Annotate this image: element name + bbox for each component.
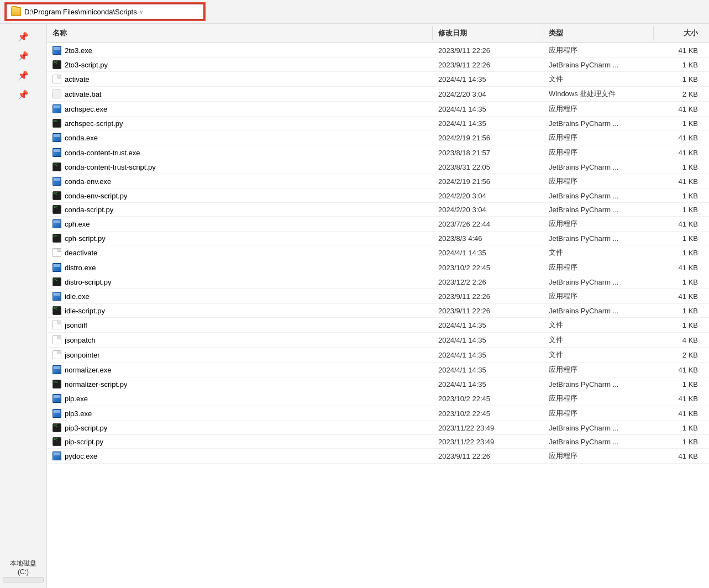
- table-row[interactable]: jsonpointer 2024/4/1 14:35 文件 2 KB: [47, 348, 709, 363]
- bat-icon: [52, 90, 61, 98]
- file-icon-wrapper: [52, 437, 61, 446]
- exe-icon: [52, 133, 61, 142]
- file-date: 2023/8/18 21:57: [433, 148, 543, 158]
- file-date: 2023/7/26 22:44: [433, 219, 543, 229]
- table-row[interactable]: conda.exe 2024/2/19 21:56 应用程序 41 KB: [47, 130, 709, 145]
- table-row[interactable]: archspec.exe 2024/4/1 14:35 应用程序 41 KB: [47, 102, 709, 117]
- table-row[interactable]: conda-script.py 2024/2/20 3:04 JetBrains…: [47, 203, 709, 217]
- file-name: 2to3.exe: [65, 46, 92, 55]
- file-name-cell: distro-script.py: [47, 276, 433, 287]
- table-row[interactable]: idle-script.py 2023/9/11 22:26 JetBrains…: [47, 304, 709, 318]
- file-name-cell: cph.exe: [47, 218, 433, 229]
- file-name: pydoc.exe: [65, 452, 97, 460]
- file-name-cell: conda-content-trust-script.py: [47, 161, 433, 172]
- col-header-size[interactable]: 大小: [654, 26, 709, 40]
- file-date: 2023/11/22 23:49: [433, 423, 543, 433]
- table-row[interactable]: pip3-script.py 2023/11/22 23:49 JetBrain…: [47, 421, 709, 435]
- pin-icon-1[interactable]: 📌: [3, 29, 44, 44]
- file-name: cph.exe: [65, 220, 90, 228]
- file-type: JetBrains PyCharm ...: [543, 191, 654, 201]
- file-name-cell: pip3-script.py: [47, 422, 433, 433]
- table-row[interactable]: pip3.exe 2023/10/2 22:45 应用程序 41 KB: [47, 406, 709, 421]
- file-name-cell: 2to3.exe: [47, 45, 433, 56]
- table-row[interactable]: activate 2024/4/1 14:35 文件 1 KB: [47, 72, 709, 87]
- col-header-modified[interactable]: 修改日期: [433, 26, 543, 40]
- file-name: idle-script.py: [65, 307, 105, 315]
- file-icon-wrapper: [52, 248, 61, 257]
- table-row[interactable]: conda-env-script.py 2024/2/20 3:04 JetBr…: [47, 189, 709, 203]
- file-name-cell: jsonpointer: [47, 349, 433, 360]
- drive-item[interactable]: [3, 577, 44, 582]
- table-row[interactable]: idle.exe 2023/9/11 22:26 应用程序 41 KB: [47, 289, 709, 304]
- file-type: 应用程序: [543, 146, 654, 159]
- table-row[interactable]: cph-script.py 2023/8/3 4:46 JetBrains Py…: [47, 232, 709, 245]
- file-date: 2024/4/1 14:35: [433, 379, 543, 390]
- table-row[interactable]: normalizer-script.py 2024/4/1 14:35 JetB…: [47, 377, 709, 391]
- file-name: distro-script.py: [65, 278, 112, 286]
- file-name-cell: cph-script.py: [47, 233, 433, 244]
- table-row[interactable]: distro.exe 2023/10/2 22:45 应用程序 41 KB: [47, 260, 709, 275]
- file-name-cell: pip-script.py: [47, 436, 433, 447]
- table-row[interactable]: pip.exe 2023/10/2 22:45 应用程序 41 KB: [47, 391, 709, 406]
- table-row[interactable]: conda-content-trust.exe 2023/8/18 21:57 …: [47, 145, 709, 160]
- table-row[interactable]: conda-content-trust-script.py 2023/8/31 …: [47, 160, 709, 174]
- file-icon-wrapper: [52, 133, 61, 142]
- file-icon-wrapper: [52, 177, 61, 186]
- table-row[interactable]: distro-script.py 2023/12/2 2:26 JetBrain…: [47, 275, 709, 289]
- file-name-cell: conda-content-trust.exe: [47, 147, 433, 158]
- pin-icon-4[interactable]: 📌: [3, 87, 44, 102]
- file-icon-wrapper: [52, 90, 61, 98]
- file-type: 应用程序: [543, 261, 654, 274]
- table-row[interactable]: 2to3-script.py 2023/9/11 22:26 JetBrains…: [47, 58, 709, 72]
- py-icon: [52, 119, 61, 128]
- table-row[interactable]: conda-env.exe 2024/2/19 21:56 应用程序 41 KB: [47, 174, 709, 189]
- table-row[interactable]: cph.exe 2023/7/26 22:44 应用程序 41 KB: [47, 217, 709, 232]
- file-icon-wrapper: [52, 409, 61, 418]
- file-icon: [52, 350, 61, 359]
- col-header-name[interactable]: 名称: [47, 26, 433, 40]
- py-icon: [52, 423, 61, 432]
- pin-icon-3[interactable]: 📌: [3, 68, 44, 83]
- file-date: 2024/4/1 14:35: [433, 320, 543, 330]
- file-type: 应用程序: [543, 392, 654, 405]
- file-type: 应用程序: [543, 218, 654, 230]
- file-type: 应用程序: [543, 103, 654, 115]
- file-size: 1 KB: [654, 233, 709, 244]
- file-type: 文件: [543, 319, 654, 331]
- exe-icon: [52, 409, 61, 418]
- file-icon-wrapper: [52, 191, 61, 200]
- table-row[interactable]: jsonpatch 2024/4/1 14:35 文件 4 KB: [47, 333, 709, 348]
- table-row[interactable]: deactivate 2024/4/1 14:35 文件 1 KB: [47, 245, 709, 260]
- file-icon-wrapper: [52, 219, 61, 228]
- file-icon-wrapper: [52, 234, 61, 243]
- file-date: 2023/9/11 22:26: [433, 451, 543, 461]
- file-name-cell: conda-env.exe: [47, 176, 433, 187]
- file-size: 1 KB: [654, 162, 709, 172]
- table-row[interactable]: 2to3.exe 2023/9/11 22:26 应用程序 41 KB: [47, 43, 709, 58]
- py-icon: [52, 277, 61, 286]
- table-row[interactable]: pip-script.py 2023/11/22 23:49 JetBrains…: [47, 435, 709, 449]
- file-name-cell: conda.exe: [47, 132, 433, 143]
- file-size: 1 KB: [654, 379, 709, 390]
- address-bar[interactable]: D:\Program Files\miniconda\Scripts ∨: [6, 3, 204, 20]
- file-type: JetBrains PyCharm ...: [543, 437, 654, 447]
- chevron-down-icon: ∨: [139, 9, 143, 15]
- file-name: conda-content-trust-script.py: [65, 163, 156, 171]
- file-date: 2023/11/22 23:49: [433, 437, 543, 447]
- py-icon: [52, 380, 61, 389]
- table-row[interactable]: archspec-script.py 2024/4/1 14:35 JetBra…: [47, 117, 709, 130]
- file-list-container[interactable]: 名称 修改日期 类型 大小 2to3.exe 2023/9/11 22:26 应…: [47, 24, 709, 588]
- file-name-cell: activate: [47, 74, 433, 85]
- file-date: 2023/8/3 4:46: [433, 233, 543, 244]
- col-header-type[interactable]: 类型: [543, 26, 654, 40]
- file-name: pip3-script.py: [65, 424, 107, 432]
- file-type: JetBrains PyCharm ...: [543, 60, 654, 70]
- table-row[interactable]: jsondiff 2024/4/1 14:35 文件 1 KB: [47, 318, 709, 333]
- table-row[interactable]: activate.bat 2024/2/20 3:04 Windows 批处理文…: [47, 87, 709, 102]
- exe-icon: [52, 292, 61, 301]
- pin-icon-2[interactable]: 📌: [3, 49, 44, 64]
- file-date: 2023/9/11 22:26: [433, 60, 543, 70]
- drive-label[interactable]: 本地磁盘 (C:): [3, 558, 44, 577]
- table-row[interactable]: normalizer.exe 2024/4/1 14:35 应用程序 41 KB: [47, 363, 709, 377]
- table-row[interactable]: pydoc.exe 2023/9/11 22:26 应用程序 41 KB: [47, 449, 709, 464]
